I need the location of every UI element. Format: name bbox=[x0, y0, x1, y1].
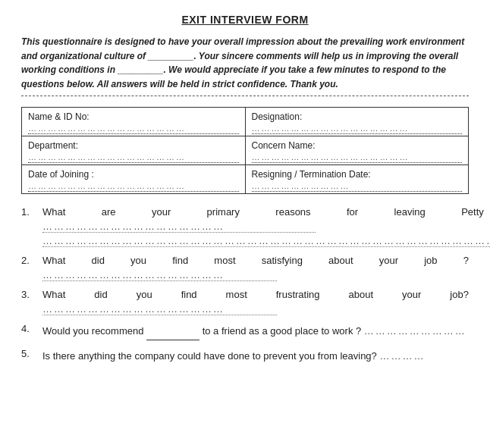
resigning-label: Resigning / Termination Date: bbox=[252, 169, 463, 180]
q1-answer-part2: …………………………………………………………………………………………………………… bbox=[42, 235, 490, 247]
question-row-5: 5. Is there anything the company could h… bbox=[21, 348, 469, 365]
question-row-2: 2. What did you find most satisfying abo… bbox=[21, 255, 469, 281]
questions-section: 1. What are your primary reasons for lea… bbox=[21, 206, 469, 365]
joining-cell: Date of Joining : ………………………………………… bbox=[22, 165, 246, 194]
department-value: ………………………………………… bbox=[28, 152, 239, 163]
page-container: EXIT INTERVIEW FORM This questionnaire i… bbox=[21, 14, 469, 365]
q3-answer: ………………………………………… bbox=[42, 303, 277, 315]
designation-label: Designation: bbox=[252, 111, 463, 122]
concern-label: Concern Name: bbox=[252, 140, 463, 151]
name-value: ………………………………………… bbox=[28, 124, 239, 134]
q2-answer: ………………………………………… bbox=[42, 269, 277, 281]
q4-blank[interactable] bbox=[146, 323, 199, 340]
question-row-3: 3. What did you find most frustrating ab… bbox=[21, 289, 469, 315]
form-title: EXIT INTERVIEW FORM bbox=[21, 14, 469, 26]
q4-number: 4. bbox=[21, 323, 42, 334]
resigning-cell: Resigning / Termination Date: ………………………… bbox=[245, 165, 469, 194]
q1-text: What are your primary reasons for leavin… bbox=[42, 206, 490, 218]
q2-text: What did you find most satisfying about … bbox=[42, 255, 469, 266]
q5-number: 5. bbox=[21, 348, 42, 359]
q5-content: Is there anything the company could have… bbox=[42, 348, 469, 365]
intro-text: This questionnaire is designed to have y… bbox=[21, 35, 469, 91]
q1-number: 1. bbox=[21, 206, 42, 218]
q2-content: What did you find most satisfying about … bbox=[42, 255, 469, 281]
joining-value: ………………………………………… bbox=[28, 181, 239, 192]
q2-number: 2. bbox=[21, 255, 42, 266]
q5-text: Is there anything the company could have… bbox=[42, 348, 469, 365]
resigning-value: ………………………… bbox=[252, 181, 463, 192]
q1-answer-part1[interactable]: ………………………………………… bbox=[42, 221, 316, 233]
q4-text: Would you recommend to a friend as a goo… bbox=[42, 323, 469, 340]
divider bbox=[21, 96, 469, 96]
q3-content: What did you find most frustrating about… bbox=[42, 289, 469, 315]
department-label: Department: bbox=[28, 140, 239, 151]
q3-number: 3. bbox=[21, 289, 42, 300]
q3-text: What did you find most frustrating about… bbox=[42, 289, 469, 300]
designation-value: ………………………………………… bbox=[252, 124, 463, 134]
concern-cell: Concern Name: ………………………………………… bbox=[245, 136, 469, 165]
name-label: Name & ID No: bbox=[28, 111, 239, 122]
q1-content: What are your primary reasons for leavin… bbox=[42, 206, 490, 247]
joining-label: Date of Joining : bbox=[28, 169, 239, 180]
name-cell: Name & ID No: ………………………………………… bbox=[22, 108, 246, 136]
designation-cell: Designation: ………………………………………… bbox=[245, 108, 469, 136]
question-row-1: 1. What are your primary reasons for lea… bbox=[21, 206, 469, 247]
concern-value: ………………………………………… bbox=[252, 152, 463, 163]
info-table: Name & ID No: ………………………………………… Designati… bbox=[21, 107, 469, 194]
department-cell: Department: ………………………………………… bbox=[22, 136, 246, 165]
question-row-4: 4. Would you recommend to a friend as a … bbox=[21, 323, 469, 340]
q4-content: Would you recommend to a friend as a goo… bbox=[42, 323, 469, 340]
